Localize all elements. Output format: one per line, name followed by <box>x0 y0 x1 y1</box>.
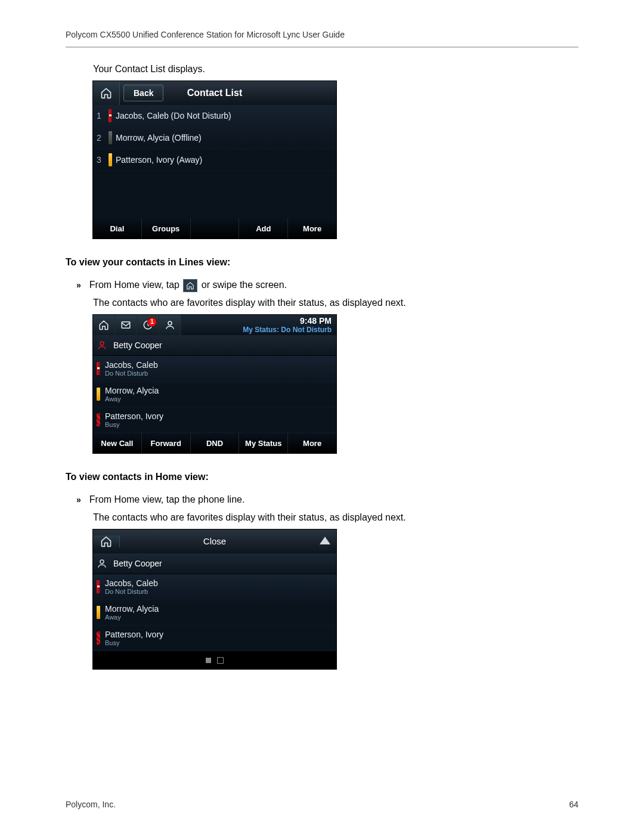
favorite-row[interactable]: Morrow, Alycia Away <box>93 600 336 625</box>
home-icon[interactable] <box>93 315 115 335</box>
fav-status: Do Not Disturb <box>104 588 158 595</box>
screenshot-lines-view: 1 9:48 PM My Status: Do Not Disturb Bett… <box>93 315 336 453</box>
fav-status: Busy <box>104 639 163 646</box>
screenshot-contact-list: Back Contact List 1 Jacobs, Caleb (Do No… <box>93 81 336 239</box>
messages-icon[interactable] <box>115 315 137 335</box>
svg-point-3 <box>100 342 104 345</box>
footer-page: 64 <box>569 800 578 809</box>
line-user-name: Betty Cooper <box>113 340 162 350</box>
contact-row[interactable]: 1 Jacobs, Caleb (Do Not Disturb) <box>93 105 336 127</box>
favorite-row[interactable]: Patterson, Ivory Busy <box>93 407 336 433</box>
bullet-text-2: From Home view, tap the phone line. <box>89 493 245 507</box>
contact-name: Morrow, Alycia (Offline) <box>116 133 336 143</box>
footer-company: Polycom, Inc. <box>66 800 116 809</box>
presence-away-icon <box>97 606 100 619</box>
fav-status: Away <box>104 395 159 402</box>
favorite-row[interactable]: Jacobs, Caleb Do Not Disturb <box>93 574 336 600</box>
softkey-more[interactable]: More <box>288 218 336 239</box>
presence-offline-icon <box>109 131 112 144</box>
header-rule <box>66 47 578 48</box>
recent-calls-icon[interactable]: 1 <box>137 315 159 335</box>
my-status-label: My Status: Do Not Disturb <box>243 326 332 334</box>
contact-row[interactable]: 2 Morrow, Alycia (Offline) <box>93 127 336 149</box>
softkey-more[interactable]: More <box>288 433 336 453</box>
contact-name: Jacobs, Caleb (Do Not Disturb) <box>116 111 336 120</box>
back-button[interactable]: Back <box>123 85 163 101</box>
doc-header: Polycom CX5500 Unified Conference Statio… <box>66 30 578 39</box>
presence-dnd-icon <box>109 109 112 122</box>
bullet-glyph: » <box>76 493 81 507</box>
presence-dnd-icon <box>97 362 100 375</box>
softkey-dial[interactable]: Dial <box>93 218 142 239</box>
section-heading-lines: To view your contacts in Lines view: <box>66 255 578 270</box>
contacts-icon[interactable] <box>159 315 181 335</box>
fav-status: Away <box>104 614 159 621</box>
clock-label: 9:48 PM <box>243 316 332 326</box>
close-label[interactable]: Close <box>93 529 336 553</box>
page-dot <box>217 657 224 664</box>
line-user-name: Betty Cooper <box>113 559 162 568</box>
caret-up-icon[interactable] <box>320 537 330 544</box>
intro-text: Your Contact List displays. <box>93 62 578 76</box>
row-index: 1 <box>93 111 105 120</box>
favorite-row[interactable]: Jacobs, Caleb Do Not Disturb <box>93 356 336 382</box>
screenshot-home-view: Close Betty Cooper Jacobs, Caleb Do Not … <box>93 529 336 669</box>
softkey-groups[interactable]: Groups <box>142 218 191 239</box>
fav-name: Morrow, Alycia <box>104 386 159 395</box>
para-favorites-1: The contacts who are favorites display w… <box>93 296 578 310</box>
presence-away-icon <box>109 153 112 166</box>
contact-name: Patterson, Ivory (Away) <box>116 155 336 165</box>
fav-name: Jacobs, Caleb <box>104 578 158 588</box>
fav-name: Patterson, Ivory <box>104 630 163 639</box>
presence-away-icon <box>97 388 100 401</box>
softkey-forward[interactable]: Forward <box>142 433 191 453</box>
fav-status: Busy <box>104 421 163 428</box>
row-index: 2 <box>93 133 105 143</box>
fav-status: Do Not Disturb <box>104 370 158 377</box>
para-favorites-2: The contacts who are favorites display w… <box>93 510 578 525</box>
softkey-dnd[interactable]: DND <box>191 433 240 453</box>
presence-busy-icon <box>97 631 100 645</box>
section-heading-home: To view contacts in Home view: <box>66 470 578 484</box>
svg-point-4 <box>100 560 104 563</box>
svg-point-2 <box>168 321 172 325</box>
bullet-text: From Home view, tap or swipe the screen. <box>89 278 287 292</box>
softkey-add[interactable]: Add <box>239 218 288 239</box>
presence-busy-icon <box>97 413 100 426</box>
presence-dnd-icon <box>97 580 100 593</box>
favorite-row[interactable]: Morrow, Alycia Away <box>93 382 336 407</box>
row-index: 3 <box>93 155 105 165</box>
line-user-row[interactable]: Betty Cooper <box>93 335 336 356</box>
softkey-empty <box>191 218 240 239</box>
line-user-row[interactable]: Betty Cooper <box>93 553 336 574</box>
badge-count: 1 <box>147 317 157 327</box>
svg-rect-0 <box>122 322 130 329</box>
softkey-newcall[interactable]: New Call <box>93 433 142 453</box>
fav-name: Jacobs, Caleb <box>104 360 158 370</box>
favorite-row[interactable]: Patterson, Ivory Busy <box>93 625 336 651</box>
fav-name: Morrow, Alycia <box>104 604 159 614</box>
fav-name: Patterson, Ivory <box>104 411 163 421</box>
page-dot-active <box>206 658 211 663</box>
bullet-glyph: » <box>76 278 81 292</box>
softkey-mystatus[interactable]: My Status <box>239 433 288 453</box>
home-icon[interactable] <box>93 81 120 105</box>
page-indicator <box>93 651 336 669</box>
home-icon-inline <box>183 279 197 292</box>
contact-row[interactable]: 3 Patterson, Ivory (Away) <box>93 149 336 171</box>
